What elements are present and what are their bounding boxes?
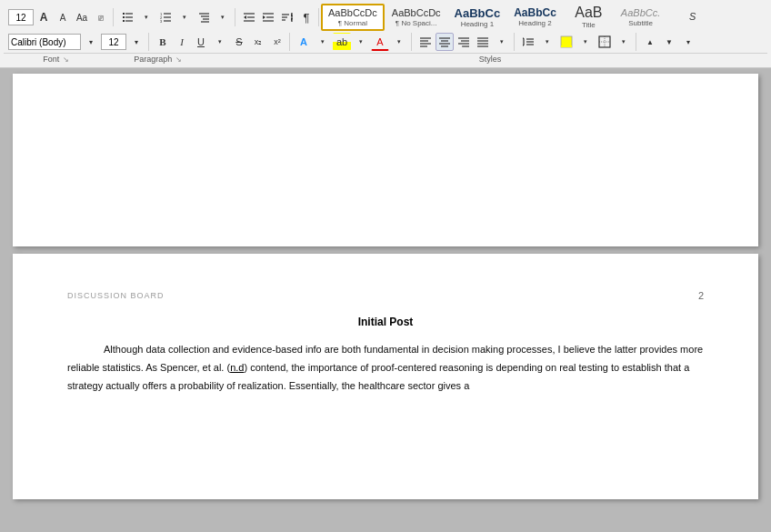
style-more-preview: S bbox=[689, 12, 696, 22]
document-area: DISCUSSION BOARD 2 Initial Post Although… bbox=[0, 68, 771, 532]
style-subtitle[interactable]: AaBbCc. Subtitle bbox=[615, 4, 666, 31]
page2-paragraph1: Although data collection and evidence-ba… bbox=[67, 341, 704, 395]
styles-expand-btn[interactable]: ▾ bbox=[679, 33, 697, 51]
font-size-input[interactable] bbox=[8, 9, 34, 25]
font-size-dropdown-btn[interactable]: ▾ bbox=[127, 33, 145, 51]
svg-rect-3 bbox=[123, 13, 125, 15]
style-heading2[interactable]: AaBbCc Heading 2 bbox=[507, 4, 563, 31]
grow-font-btn[interactable]: A bbox=[35, 8, 53, 26]
text-effect-btn[interactable]: A bbox=[295, 33, 313, 51]
styles-section-label: Styles bbox=[213, 55, 767, 64]
font-name-dropdown-btn[interactable]: ▾ bbox=[82, 33, 100, 51]
shading-btn[interactable] bbox=[557, 33, 576, 51]
increase-indent-btn[interactable] bbox=[259, 8, 277, 26]
style-heading1[interactable]: AaBbCc Heading 1 bbox=[448, 4, 507, 31]
font-name-group: ▾ ▾ bbox=[5, 33, 149, 51]
highlight-btn[interactable]: ab bbox=[333, 33, 351, 51]
borders-dropdown-btn[interactable]: ▾ bbox=[615, 33, 633, 51]
highlight-dropdown-btn[interactable]: ▾ bbox=[352, 33, 370, 51]
font-section-label: Font ↘ bbox=[4, 55, 104, 64]
paragraph-section-label: Paragraph ↘ bbox=[104, 55, 213, 64]
ribbon-toolbar: A A Aa ⎚ ▾ 123 ▾ ▾ bbox=[0, 0, 771, 68]
svg-rect-5 bbox=[123, 20, 125, 22]
style-more[interactable]: S bbox=[667, 4, 717, 31]
styles-scroll-up-btn[interactable]: ▲ bbox=[641, 33, 659, 51]
sort-btn[interactable] bbox=[278, 8, 296, 26]
style-title-preview: AaB bbox=[575, 5, 602, 20]
justify-dropdown-btn[interactable]: ▾ bbox=[493, 33, 511, 51]
italic-btn[interactable]: I bbox=[173, 33, 191, 51]
font-color-dropdown-btn[interactable]: ▾ bbox=[390, 33, 408, 51]
font-name-input[interactable] bbox=[8, 34, 81, 50]
line-spacing-btn[interactable] bbox=[519, 33, 537, 51]
style-title-label: Title bbox=[582, 21, 596, 29]
change-case-btn[interactable]: Aa bbox=[73, 8, 91, 26]
font-size-input2[interactable] bbox=[101, 34, 126, 50]
style-h1-label: Heading 1 bbox=[461, 20, 494, 28]
page2-title: Initial Post bbox=[67, 316, 704, 328]
shading-dropdown-btn[interactable]: ▾ bbox=[576, 33, 595, 51]
align-left-btn[interactable] bbox=[416, 33, 435, 51]
svg-marker-50 bbox=[523, 45, 525, 46]
font-group-row1: A A Aa ⎚ bbox=[5, 8, 114, 26]
style-h1-preview: AaBbCc bbox=[455, 7, 501, 19]
styles-gallery: AaBbCcDc ¶ Normal AaBbCcDc ¶ No Spaci...… bbox=[321, 4, 766, 31]
style-nospace[interactable]: AaBbCcDc ¶ No Spaci... bbox=[386, 4, 447, 31]
style-nospace-label: ¶ No Spaci... bbox=[396, 19, 437, 27]
underline-btn[interactable]: U bbox=[192, 33, 210, 51]
page2-number: 2 bbox=[698, 290, 704, 301]
page2-header-row: DISCUSSION BOARD 2 bbox=[67, 290, 704, 301]
superscript-btn[interactable]: x² bbox=[268, 33, 286, 51]
font-expand-btn[interactable]: ↘ bbox=[62, 55, 70, 64]
text-effect-dropdown-btn[interactable]: ▾ bbox=[314, 33, 332, 51]
page2-content: DISCUSSION BOARD 2 Initial Post Although… bbox=[13, 254, 758, 422]
justify-btn[interactable] bbox=[474, 33, 492, 51]
page2-header-text: DISCUSSION BOARD bbox=[67, 291, 165, 300]
shrink-font-btn[interactable]: A bbox=[54, 8, 72, 26]
style-h2-label: Heading 2 bbox=[518, 19, 551, 27]
list-group: ▾ 123 ▾ ▾ bbox=[115, 8, 235, 26]
font-color-btn[interactable]: A bbox=[371, 33, 389, 51]
strikethrough-btn[interactable]: S bbox=[230, 33, 248, 51]
toolbar-row2: ▾ ▾ B I U ▾ S x₂ x² A ▾ ab ▾ A ▾ bbox=[4, 32, 767, 53]
text-effects-group: A ▾ ab ▾ A ▾ bbox=[292, 33, 412, 51]
spacing-group: ▾ ▾ ▾ bbox=[516, 33, 636, 51]
show-formatting-btn[interactable]: ¶ bbox=[297, 8, 315, 26]
decrease-indent-btn[interactable] bbox=[240, 8, 258, 26]
font-format-group: B I U ▾ S x₂ x² bbox=[151, 33, 290, 51]
bold-btn[interactable]: B bbox=[154, 33, 172, 51]
svg-marker-23 bbox=[263, 15, 265, 19]
indent-sort-group: ¶ bbox=[237, 8, 319, 26]
svg-text:3: 3 bbox=[160, 19, 163, 24]
style-title[interactable]: AaB Title bbox=[564, 4, 614, 31]
styles-expand-group: ▲ ▼ ▾ bbox=[638, 33, 700, 51]
multilevel-dropdown-btn[interactable]: ▾ bbox=[214, 8, 232, 26]
style-normal-preview: AaBbCcDc bbox=[328, 8, 377, 18]
style-normal[interactable]: AaBbCcDc ¶ Normal bbox=[321, 4, 385, 31]
svg-marker-49 bbox=[523, 37, 525, 39]
svg-marker-19 bbox=[244, 15, 246, 19]
page-2: DISCUSSION BOARD 2 Initial Post Although… bbox=[13, 254, 758, 499]
borders-btn[interactable] bbox=[596, 33, 614, 51]
subscript-btn[interactable]: x₂ bbox=[249, 33, 267, 51]
styles-scroll-down-btn[interactable]: ▼ bbox=[660, 33, 678, 51]
clear-format-btn[interactable]: ⎚ bbox=[92, 8, 110, 26]
style-normal-label: ¶ Normal bbox=[338, 19, 367, 27]
numbering-btn[interactable]: 123 bbox=[156, 8, 175, 26]
style-nospace-preview: AaBbCcDc bbox=[392, 8, 441, 18]
alignment-group: ▾ bbox=[414, 33, 515, 51]
style-h2-preview: AaBbCc bbox=[514, 7, 556, 18]
paragraph-expand-btn[interactable]: ↘ bbox=[175, 55, 183, 64]
multilevel-list-btn[interactable] bbox=[195, 8, 213, 26]
style-subtitle-label: Subtitle bbox=[628, 19, 653, 27]
citation-link[interactable]: n.d bbox=[230, 362, 244, 373]
bullets-dropdown-btn[interactable]: ▾ bbox=[137, 8, 155, 26]
underline-dropdown-btn[interactable]: ▾ bbox=[211, 33, 229, 51]
align-right-btn[interactable] bbox=[455, 33, 473, 51]
bullets-btn[interactable] bbox=[118, 8, 136, 26]
style-subtitle-preview: AaBbCc. bbox=[621, 8, 660, 18]
section-labels: Font ↘ Paragraph ↘ Styles bbox=[4, 53, 767, 65]
numbering-dropdown-btn[interactable]: ▾ bbox=[175, 8, 194, 26]
align-center-btn[interactable] bbox=[436, 33, 454, 51]
line-spacing-dropdown-btn[interactable]: ▾ bbox=[538, 33, 556, 51]
